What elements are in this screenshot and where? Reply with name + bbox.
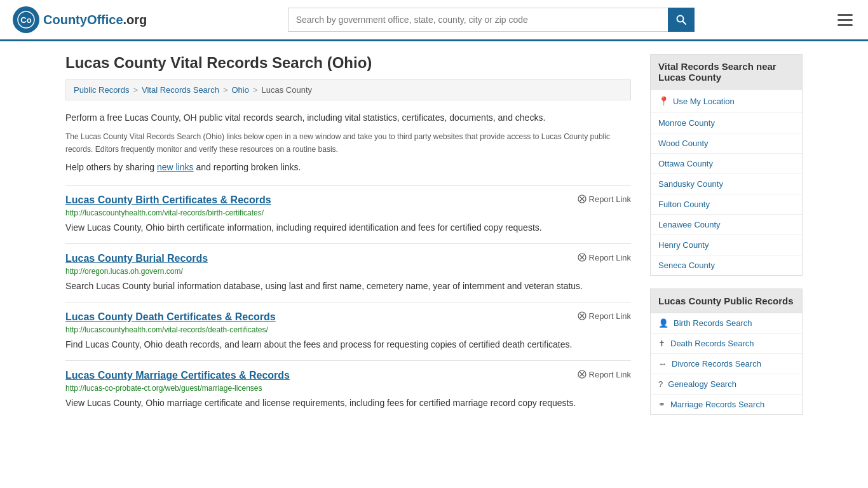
hamburger-line (837, 19, 853, 21)
nearby-county-link[interactable]: Lenawee County (658, 220, 721, 229)
public-record-icon: ↔ (658, 359, 667, 369)
record-header: Lucas County Death Certificates & Record… (65, 311, 631, 323)
header: Co CountyOffice.org (0, 0, 868, 41)
nearby-county-link[interactable]: Wood County (658, 139, 709, 148)
sidebar-public-records-body: 👤Birth Records Search✝Death Records Sear… (650, 313, 803, 415)
public-record-item[interactable]: ?Genealogy Search (651, 374, 802, 395)
public-record-item[interactable]: ✝Death Records Search (651, 334, 802, 354)
record-link[interactable]: Lucas County Death Certificates & Record… (65, 311, 276, 322)
search-icon (676, 15, 686, 25)
public-record-icon: 👤 (658, 318, 668, 328)
nearby-county-item[interactable]: Monroe County (651, 113, 802, 133)
nearby-county-item[interactable]: Sandusky County (651, 174, 802, 194)
search-button[interactable] (668, 8, 695, 32)
record-header: Lucas County Marriage Certificates & Rec… (65, 370, 631, 381)
breadcrumb: Public Records > Vital Records Search > … (65, 79, 631, 100)
logo-name: CountyOffice (43, 13, 123, 27)
breadcrumb-lucas-county: Lucas County (262, 85, 313, 95)
public-record-link[interactable]: Genealogy Search (668, 379, 736, 389)
nearby-county-item[interactable]: Seneca County (651, 255, 802, 275)
nearby-county-link[interactable]: Fulton County (658, 200, 710, 209)
record-link[interactable]: Lucas County Burial Records (65, 253, 208, 264)
public-record-item[interactable]: 👤Birth Records Search (651, 313, 802, 334)
report-icon (578, 194, 587, 203)
report-link[interactable]: Report Link (578, 253, 631, 262)
page-title: Lucas County Vital Records Search (Ohio) (65, 54, 631, 72)
nearby-county-item[interactable]: Henry County (651, 235, 802, 255)
public-record-link[interactable]: Marriage Records Search (670, 400, 764, 409)
sidebar-public-records-section: Lucas County Public Records 👤Birth Recor… (650, 288, 803, 415)
record-item: Lucas County Birth Certificates & Record… (65, 185, 631, 243)
hamburger-line (837, 24, 853, 26)
public-record-item[interactable]: ⚭Marriage Records Search (651, 395, 802, 414)
record-header: Lucas County Burial Records Report Link (65, 253, 631, 264)
public-record-icon: ? (658, 379, 663, 389)
nearby-county-link[interactable]: Sandusky County (658, 179, 723, 189)
record-link[interactable]: Lucas County Marriage Certificates & Rec… (65, 370, 290, 381)
record-item: Lucas County Burial Records Report Link … (65, 243, 631, 302)
report-icon (578, 253, 587, 262)
breadcrumb-ohio[interactable]: Ohio (232, 85, 249, 95)
public-record-icon: ✝ (658, 339, 665, 348)
use-location-link[interactable]: Use My Location (673, 97, 735, 106)
nearby-county-link[interactable]: Ottawa County (658, 159, 713, 168)
search-area (288, 8, 695, 32)
page-container: Lucas County Vital Records Search (Ohio)… (53, 41, 815, 440)
report-link[interactable]: Report Link (578, 194, 631, 204)
use-location-item[interactable]: 📍 Use My Location (651, 90, 802, 113)
nearby-county-link[interactable]: Henry County (658, 240, 709, 250)
record-title: Lucas County Marriage Certificates & Rec… (65, 370, 290, 381)
nearby-county-item[interactable]: Ottawa County (651, 154, 802, 174)
breadcrumb-vital-records[interactable]: Vital Records Search (142, 85, 219, 95)
record-desc: View Lucas County, Ohio birth certificat… (65, 221, 631, 234)
public-record-link[interactable]: Birth Records Search (674, 318, 752, 328)
main-content: Lucas County Vital Records Search (Ohio)… (65, 54, 631, 428)
hamburger-button[interactable] (835, 11, 855, 29)
help-text-before: Help others by sharing (65, 162, 157, 172)
nearby-county-link[interactable]: Seneca County (658, 261, 715, 270)
sidebar-nearby-body: 📍 Use My Location Monroe CountyWood Coun… (650, 90, 803, 276)
public-record-link[interactable]: Death Records Search (670, 339, 754, 348)
record-header: Lucas County Birth Certificates & Record… (65, 194, 631, 206)
sidebar-public-records-header: Lucas County Public Records (650, 288, 803, 313)
logo-text: CountyOffice.org (43, 13, 147, 27)
nearby-county-link[interactable]: Monroe County (658, 118, 715, 128)
sidebar: Vital Records Search near Lucas County 📍… (650, 54, 803, 428)
new-links-link[interactable]: new links (157, 162, 194, 172)
nearby-counties-list: Monroe CountyWood CountyOttawa CountySan… (651, 113, 802, 275)
nearby-county-item[interactable]: Wood County (651, 133, 802, 154)
search-input[interactable] (288, 8, 668, 32)
record-title: Lucas County Death Certificates & Record… (65, 311, 276, 323)
sidebar-nearby-header: Vital Records Search near Lucas County (650, 54, 803, 90)
logo-domain: .org (123, 13, 147, 27)
public-records-list: 👤Birth Records Search✝Death Records Sear… (651, 313, 802, 414)
record-link[interactable]: Lucas County Birth Certificates & Record… (65, 194, 271, 205)
public-record-item[interactable]: ↔Divorce Records Search (651, 354, 802, 374)
record-url: http://lucascountyhealth.com/vital-recor… (65, 325, 631, 334)
help-text: Help others by sharing new links and rep… (65, 162, 631, 172)
record-url: http://oregon.lucas.oh.govern.com/ (65, 267, 631, 276)
records-list: Lucas County Birth Certificates & Record… (65, 185, 631, 419)
record-url: http://lucascountyhealth.com/vital-recor… (65, 208, 631, 217)
nearby-county-item[interactable]: Fulton County (651, 194, 802, 215)
report-link[interactable]: Report Link (578, 311, 631, 321)
record-title: Lucas County Burial Records (65, 253, 208, 264)
report-link[interactable]: Report Link (578, 370, 631, 379)
public-record-icon: ⚭ (658, 400, 665, 409)
help-text-after: and reporting broken links. (194, 162, 301, 172)
report-icon (578, 311, 587, 320)
breadcrumb-sep: > (223, 85, 228, 95)
pin-icon: 📍 (658, 96, 669, 106)
logo-area: Co CountyOffice.org (13, 6, 147, 33)
public-record-link[interactable]: Divorce Records Search (672, 359, 761, 369)
nearby-county-item[interactable]: Lenawee County (651, 215, 802, 235)
report-icon (578, 370, 587, 379)
sidebar-nearby-section: Vital Records Search near Lucas County 📍… (650, 54, 803, 276)
record-desc: Search Lucas County burial information d… (65, 280, 631, 293)
description-secondary: The Lucas County Vital Records Search (O… (65, 131, 631, 155)
logo-icon: Co (13, 6, 39, 33)
record-title: Lucas County Birth Certificates & Record… (65, 194, 271, 206)
breadcrumb-public-records[interactable]: Public Records (74, 85, 129, 95)
record-desc: View Lucas County, Ohio marriage certifi… (65, 396, 631, 410)
record-item: Lucas County Death Certificates & Record… (65, 302, 631, 360)
